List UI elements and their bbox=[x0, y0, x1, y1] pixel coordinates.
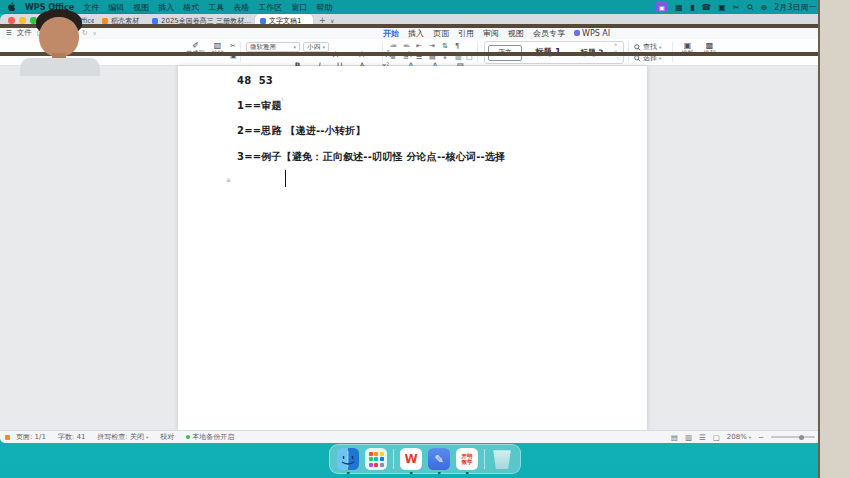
search-icon[interactable] bbox=[747, 4, 754, 11]
document-icon bbox=[260, 18, 266, 24]
screen: WPS Office 文件 编辑 视图 插入 格式 工具 表格 工作区 窗口 帮… bbox=[0, 0, 850, 478]
zoom-slider-thumb[interactable] bbox=[799, 435, 804, 440]
chevron-down-icon: ▾ bbox=[322, 44, 325, 50]
menu-table[interactable]: 表格 bbox=[233, 2, 249, 13]
screen-record-status-icon[interactable]: ▣ bbox=[655, 2, 668, 12]
doc-line-1[interactable]: 48 53 bbox=[237, 75, 273, 86]
document-page[interactable]: 48 53 1==审题 Ⅰ 2==思路 【递进--小转折】 3==例子【避免：正… bbox=[178, 66, 647, 430]
outdent-button[interactable]: ⇤ bbox=[416, 43, 422, 50]
font-name-select[interactable]: 微软雅黑 ▾ bbox=[246, 42, 300, 52]
indent-button[interactable]: ⇥ bbox=[429, 43, 435, 50]
ribbon-tab-page[interactable]: 页面 bbox=[433, 28, 449, 39]
file-menu-button[interactable]: 文件 bbox=[17, 28, 32, 38]
chevron-down-icon: ▾ bbox=[293, 44, 296, 50]
doc-line-4[interactable]: 3==例子【避免：正向叙述--叨叨怪 分论点--核心词--选择 bbox=[237, 150, 505, 164]
close-window-button[interactable] bbox=[8, 17, 15, 24]
menu-file[interactable]: 文件 bbox=[83, 2, 99, 13]
zoom-slider[interactable] bbox=[771, 436, 815, 438]
ribbon-tab-wps-ai[interactable]: WPS AI bbox=[574, 29, 610, 38]
running-indicator bbox=[410, 472, 413, 475]
status-local-backup[interactable]: 本地备份开启 bbox=[186, 432, 234, 442]
status-word-count: 字数: 41 bbox=[58, 432, 86, 442]
person-shirt bbox=[20, 58, 100, 76]
tab-list-button[interactable]: ∨ bbox=[330, 17, 334, 24]
dock-finder[interactable] bbox=[337, 448, 359, 470]
dock-launchpad[interactable] bbox=[365, 448, 387, 470]
menu-window[interactable]: 窗口 bbox=[291, 2, 307, 13]
status-page-count: 页面: 1/1 bbox=[16, 432, 46, 442]
view-outline-icon[interactable]: ▥ bbox=[685, 433, 692, 442]
doc-line-2[interactable]: 1==审题 bbox=[237, 99, 282, 113]
numbered-list-button[interactable]: ≕ bbox=[403, 43, 410, 50]
tab-label: WPS AI bbox=[582, 29, 610, 38]
spellcheck-label: 拼写检查: 关闭 bbox=[97, 432, 144, 442]
ribbon-tab-reference[interactable]: 引用 bbox=[458, 28, 474, 39]
view-web-icon[interactable]: ☰ bbox=[699, 433, 706, 442]
apple-icon[interactable] bbox=[8, 2, 16, 12]
text-caret bbox=[285, 170, 286, 187]
dock: W ✎ 开明 致学 bbox=[329, 444, 521, 474]
running-indicator bbox=[347, 472, 350, 475]
zoom-value: 208% bbox=[727, 433, 747, 441]
menu-view[interactable]: 视图 bbox=[133, 2, 149, 13]
view-page-icon[interactable]: ▤ bbox=[671, 433, 678, 442]
ribbon-tab-home[interactable]: 开始 bbox=[383, 28, 399, 39]
ribbon-tab-insert[interactable]: 插入 bbox=[408, 28, 424, 39]
ribbon-tab-member[interactable]: 会员专享 bbox=[533, 28, 565, 39]
styles-scroll-up-icon[interactable]: ∧ bbox=[614, 42, 617, 47]
dock-trash[interactable] bbox=[491, 448, 513, 470]
battery-icon[interactable]: ▮ bbox=[690, 3, 694, 12]
redo-icon[interactable]: ↻ bbox=[82, 29, 88, 37]
dock-kaiming-app[interactable]: 开明 致学 bbox=[456, 448, 478, 470]
workspace: 48 53 1==审题 Ⅰ 2==思路 【递进--小转折】 3==例子【避免：正… bbox=[0, 66, 850, 430]
status-notify-icon[interactable] bbox=[5, 435, 10, 440]
chevron-down-icon: ▾ bbox=[146, 435, 148, 440]
hamburger-icon[interactable]: ☰ bbox=[6, 29, 12, 37]
menu-workspace[interactable]: 工作区 bbox=[258, 2, 282, 13]
find-button[interactable]: 查找 ▾ bbox=[634, 42, 661, 52]
chevron-down-icon: ▾ bbox=[749, 435, 751, 440]
font-name-value: 微软雅黑 bbox=[250, 43, 276, 52]
ribbon-tab-view[interactable]: 视图 bbox=[508, 28, 524, 39]
paragraph-handle-icon[interactable]: ≡ bbox=[226, 176, 231, 183]
phone-icon[interactable]: ☎ bbox=[701, 3, 711, 12]
view-fullscreen-icon[interactable]: ▢ bbox=[713, 433, 720, 442]
camera-icon[interactable]: ▣ bbox=[718, 3, 726, 12]
quickbar-more-icon[interactable]: ∨ bbox=[93, 30, 97, 36]
shortcut-icon[interactable]: ✂ bbox=[733, 3, 740, 12]
show-marks-button[interactable]: ¶ bbox=[455, 43, 459, 50]
cut-button[interactable]: ✂ bbox=[230, 43, 236, 50]
menu-insert[interactable]: 插入 bbox=[158, 2, 174, 13]
user-switch-icon[interactable]: ⊕ bbox=[761, 3, 768, 12]
kaiming-label: 致学 bbox=[462, 459, 473, 465]
zoom-out-button[interactable]: − bbox=[758, 433, 764, 442]
font-size-value: 小四 bbox=[307, 43, 320, 52]
status-spellcheck[interactable]: 拼写检查: 关闭 ▾ bbox=[97, 432, 148, 442]
font-size-select[interactable]: 小四 ▾ bbox=[303, 42, 329, 52]
quick-access-row: ☰ 文件 ▢ ▤ ✎ ↺ ↻ ∨ 开始 插入 页面 引用 审阅 视图 会员专享 … bbox=[0, 27, 850, 39]
text-direction-button[interactable]: ⇅ bbox=[442, 43, 448, 50]
status-bar: 页面: 1/1 字数: 41 拼写检查: 关闭 ▾ 校对 本地备份开启 ▤ ▥ … bbox=[0, 430, 850, 443]
dock-divider bbox=[393, 449, 394, 469]
search-icon bbox=[634, 44, 641, 51]
collab-cursor-mark: Ⅰ bbox=[282, 96, 283, 102]
doc-line-3[interactable]: 2==思路 【递进--小转折】 bbox=[237, 124, 366, 138]
ribbon-tab-review[interactable]: 审阅 bbox=[483, 28, 499, 39]
menu-format[interactable]: 格式 bbox=[183, 2, 199, 13]
dock-wps[interactable]: W bbox=[400, 448, 422, 470]
menu-tools[interactable]: 工具 bbox=[208, 2, 224, 13]
menu-edit[interactable]: 编辑 bbox=[108, 2, 124, 13]
status-proofread-button[interactable]: 校对 bbox=[160, 432, 174, 442]
document-icon bbox=[152, 18, 158, 24]
menu-help[interactable]: 帮助 bbox=[316, 2, 332, 13]
pencil-icon: ✎ bbox=[434, 453, 443, 466]
dock-notes-app[interactable]: ✎ bbox=[428, 448, 450, 470]
minimize-window-button[interactable] bbox=[19, 17, 26, 24]
bullet-list-button[interactable]: ≔ bbox=[390, 43, 397, 50]
backup-ok-icon bbox=[186, 435, 190, 439]
chevron-down-icon: ▾ bbox=[659, 45, 661, 50]
backup-label: 本地备份开启 bbox=[192, 432, 234, 442]
dock-divider bbox=[484, 449, 485, 469]
display-icon[interactable]: ▦ bbox=[675, 3, 683, 12]
zoom-level-select[interactable]: 208% ▾ bbox=[727, 433, 751, 441]
